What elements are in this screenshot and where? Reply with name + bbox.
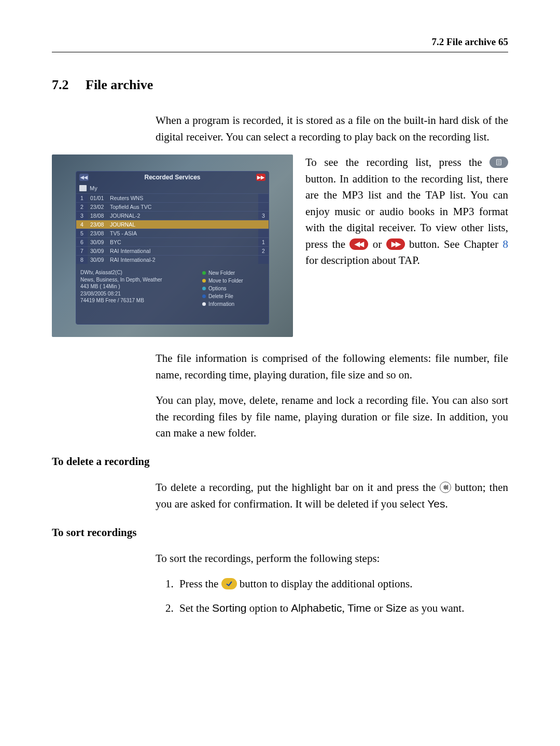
file-list-button-icon	[489, 157, 508, 168]
prev-list-icon: ◀◀	[79, 174, 89, 181]
section-title: File archive	[86, 77, 153, 92]
chapter-link[interactable]: 8	[503, 238, 509, 250]
folder-label: My	[90, 185, 97, 191]
section-heading: 7.2 File archive	[52, 77, 508, 93]
paragraph-sort-intro: To sort the recordings, perform the foll…	[156, 551, 508, 567]
table-row: 630/09BYC1	[76, 238, 269, 247]
table-row: 318/08JOURNAL-23	[76, 212, 269, 220]
rewind-button-icon: ◀◀	[349, 238, 368, 250]
table-row: 423/08JOURNAL	[76, 220, 269, 229]
paragraph-actions: You can play, move, delete, rename and l…	[156, 392, 508, 442]
sort-step-1: Press the button to display the addition…	[176, 576, 508, 593]
paragraph-file-info: The file information is comprised of the…	[156, 350, 508, 383]
table-row: 101/01Reuters WNS	[76, 194, 269, 203]
page-header: 7.2 File archive 65	[52, 36, 508, 52]
table-row: 730/09RAI International2	[76, 247, 269, 256]
forward-button-icon: ▶▶	[386, 238, 405, 250]
svg-marker-4	[443, 484, 448, 490]
subheading-sort: To sort recordings	[52, 526, 508, 539]
sort-step-2: Set the Sorting option to Alphabetic, Ti…	[176, 600, 508, 617]
stop-button-icon	[440, 482, 451, 493]
table-row: 830/09RAI International-2	[76, 256, 269, 264]
recording-table: 101/01Reuters WNS223/02Topfield Aus TVC3…	[76, 193, 269, 264]
subheading-delete: To delete a recording	[52, 455, 508, 468]
screenshot-title: Recorded Services	[89, 174, 256, 181]
paragraph-delete: To delete a recording, put the highlight…	[156, 480, 508, 513]
paragraph-intro: When a program is recorded, it is stored…	[156, 112, 508, 145]
paragraph-right-column: To see the recording list, press the but…	[305, 154, 508, 269]
section-number: 7.2	[52, 77, 69, 92]
table-row: 523/08TV5 - ASIA	[76, 229, 269, 238]
folder-icon	[79, 185, 87, 191]
next-list-icon: ▶▶	[256, 174, 265, 181]
legend-block: New Folder Move to Folder Options Delete…	[202, 269, 264, 308]
yellow-option-button-icon	[221, 578, 237, 589]
table-row: 223/02Topfield Aus TVC	[76, 203, 269, 212]
screenshot-recorded-services: ◀◀ Recorded Services ▶▶ My 101/01Reuters…	[52, 154, 293, 337]
sort-steps-list: Press the button to display the addition…	[176, 576, 508, 616]
file-info-block: DWtv, Asiasat2(C) News, Business, In Dep…	[80, 269, 195, 308]
